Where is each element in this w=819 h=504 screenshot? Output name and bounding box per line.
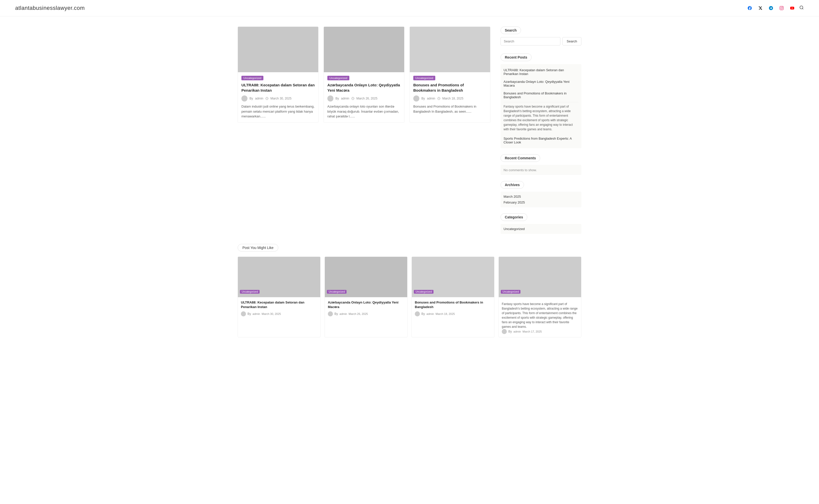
post-author[interactable]: admin: [427, 97, 435, 100]
posts-row: Uncategorized ULTRA88: Kecepatan dalam S…: [238, 27, 490, 123]
might-like-avatar: [502, 329, 507, 334]
post-meta: By admin March 26, 2025: [327, 95, 401, 102]
post-card-body: Uncategorized Bonuses and Promotions of …: [410, 72, 490, 117]
post-card-body: Uncategorized ULTRA88: Kecepatan dalam S…: [238, 72, 318, 122]
post-card: Uncategorized Bonuses and Promotions of …: [410, 27, 490, 123]
might-like-badge[interactable]: Uncategorized: [240, 289, 260, 295]
might-like-date: March 18, 2025: [436, 312, 455, 315]
might-like-section: Post You Might Like Uncategorized ULTRA8…: [233, 244, 586, 337]
might-like-heading-wrap: Post You Might Like: [238, 244, 581, 251]
sidebar-recent-posts-heading: Recent Posts: [500, 54, 531, 61]
might-like-image: Uncategorized: [325, 257, 407, 297]
site-header: atlantabusinesslawyer.com: [0, 0, 819, 16]
category-item[interactable]: Uncategorized: [503, 227, 578, 231]
might-like-card: Uncategorized ULTRA88: Kecepatan dalam S…: [238, 257, 321, 337]
recent-posts-list: ULTRA88: Kecepatan dalam Setoran dan Pen…: [500, 64, 581, 148]
might-like-body: ULTRA88: Kecepatan dalam Setoran dan Pen…: [238, 297, 320, 319]
svg-point-0: [800, 6, 803, 9]
might-like-body: Fantasy sports have become a significant…: [499, 297, 581, 337]
might-like-meta: By admin March 26, 2025: [328, 311, 404, 316]
sidebar-recent-comments-section: Recent Comments No comments to show.: [500, 154, 581, 175]
post-author[interactable]: admin: [341, 97, 349, 100]
post-image: [410, 27, 490, 72]
might-like-heading: Post You Might Like: [238, 244, 278, 251]
by-label: By: [508, 330, 512, 333]
facebook-icon[interactable]: [746, 5, 753, 12]
sidebar: Search Search Recent Posts ULTRA88: Kece…: [500, 27, 581, 234]
instagram-icon[interactable]: [778, 5, 785, 12]
might-like-author[interactable]: admin: [253, 312, 260, 315]
post-card-body: Uncategorized Azərbaycanda Onlayn Loto: …: [324, 72, 404, 122]
post-title[interactable]: Azərbaycanda Onlayn Loto: Qeydiyyatla Ye…: [327, 82, 401, 93]
might-like-author[interactable]: admin: [426, 312, 434, 315]
might-like-title[interactable]: Bonuses and Promotions of Bookmakers in …: [415, 300, 491, 309]
might-like-meta: By admin March 18, 2025: [415, 311, 491, 316]
search-input-wrap: Search: [500, 37, 581, 45]
might-like-author[interactable]: admin: [340, 312, 347, 315]
post-meta: By admin March 18, 2025: [413, 95, 487, 102]
youtube-icon[interactable]: [789, 5, 796, 12]
might-like-date: March 30, 2025: [262, 312, 281, 315]
might-like-badge[interactable]: Uncategorized: [501, 289, 520, 295]
twitter-x-icon[interactable]: [757, 5, 764, 12]
might-like-title[interactable]: ULTRA88: Kecepatan dalam Setoran dan Pen…: [241, 300, 317, 309]
search-button[interactable]: Search: [562, 37, 581, 45]
posts-area: Uncategorized ULTRA88: Kecepatan dalam S…: [238, 27, 490, 234]
might-like-badge[interactable]: Uncategorized: [327, 289, 347, 295]
recent-post-item[interactable]: Azərbaycanda Onlayn Loto: Qeydiyyatla Ye…: [503, 79, 578, 88]
might-like-avatar: [241, 311, 246, 316]
might-like-avatar: [328, 311, 333, 316]
sidebar-categories-section: Categories Uncategorized: [500, 213, 581, 234]
header-search-icon[interactable]: [799, 5, 804, 11]
no-comments-text: No comments to show.: [503, 168, 537, 172]
post-card: Uncategorized ULTRA88: Kecepatan dalam S…: [238, 27, 319, 123]
post-author-label: By: [421, 97, 425, 100]
might-like-card: Uncategorized Azərbaycanda Onlayn Loto: …: [325, 257, 407, 337]
post-avatar: [327, 95, 333, 102]
recent-post-item[interactable]: Fantasy sports have become a significant…: [503, 102, 578, 134]
might-like-title[interactable]: Fantasy sports have become a significant…: [502, 302, 578, 329]
might-like-date: March 26, 2025: [349, 312, 368, 315]
might-like-meta: By admin March 30, 2025: [241, 311, 317, 316]
post-badge[interactable]: Uncategorized: [327, 76, 349, 80]
by-label: By: [248, 312, 251, 316]
might-like-image: Uncategorized: [412, 257, 494, 297]
post-badge[interactable]: Uncategorized: [242, 76, 264, 80]
recent-post-item[interactable]: ULTRA88: Kecepatan dalam Setoran dan Pen…: [503, 67, 578, 77]
clock-icon: [437, 97, 440, 100]
post-excerpt: Azərbaycanda onlayn loto oyunları son il…: [327, 104, 401, 119]
might-like-image: Uncategorized: [499, 257, 581, 297]
sidebar-recent-comments-heading: Recent Comments: [500, 154, 540, 162]
post-badge[interactable]: Uncategorized: [413, 76, 435, 80]
post-date: March 18, 2025: [442, 97, 463, 100]
archive-item[interactable]: February 2025: [503, 200, 578, 204]
post-author-label: By: [335, 97, 339, 100]
might-like-body: Bonuses and Promotions of Bookmakers in …: [412, 297, 494, 319]
recent-post-item[interactable]: Sports Predictions from Bangladesh Exper…: [503, 136, 578, 145]
post-title[interactable]: Bonuses and Promotions of Bookmakers in …: [413, 82, 487, 93]
post-image: [238, 27, 318, 72]
might-like-badge[interactable]: Uncategorized: [414, 289, 433, 295]
telegram-icon[interactable]: [767, 5, 775, 12]
search-input[interactable]: [500, 37, 560, 45]
post-avatar: [242, 95, 248, 102]
post-excerpt: Dalam industri judi online yang terus be…: [242, 104, 315, 119]
sidebar-search-section: Search Search: [500, 27, 581, 47]
archive-item[interactable]: March 2025: [503, 195, 578, 198]
might-like-author[interactable]: admin: [513, 330, 521, 333]
might-like-body: Azərbaycanda Onlayn Loto: Qeydiyyatla Ye…: [325, 297, 407, 319]
clock-icon: [266, 97, 269, 100]
post-author[interactable]: admin: [255, 97, 264, 100]
might-like-title[interactable]: Azərbaycanda Onlayn Loto: Qeydiyyatla Ye…: [328, 300, 404, 309]
might-like-grid: Uncategorized ULTRA88: Kecepatan dalam S…: [238, 257, 581, 337]
by-label: By: [334, 312, 338, 316]
post-excerpt: Bonuses and Promotions of Bookmakers in …: [413, 104, 487, 114]
recent-post-item[interactable]: Bonuses and Promotions of Bookmakers in …: [503, 90, 578, 100]
archives-list: March 2025 February 2025: [500, 192, 581, 207]
might-like-avatar: [415, 311, 420, 316]
sidebar-search-heading: Search: [500, 27, 521, 34]
post-date: March 26, 2025: [356, 97, 377, 100]
post-image: [324, 27, 404, 72]
post-title[interactable]: ULTRA88: Kecepatan dalam Setoran dan Pen…: [242, 82, 315, 93]
main-container: Uncategorized ULTRA88: Kecepatan dalam S…: [233, 16, 586, 244]
